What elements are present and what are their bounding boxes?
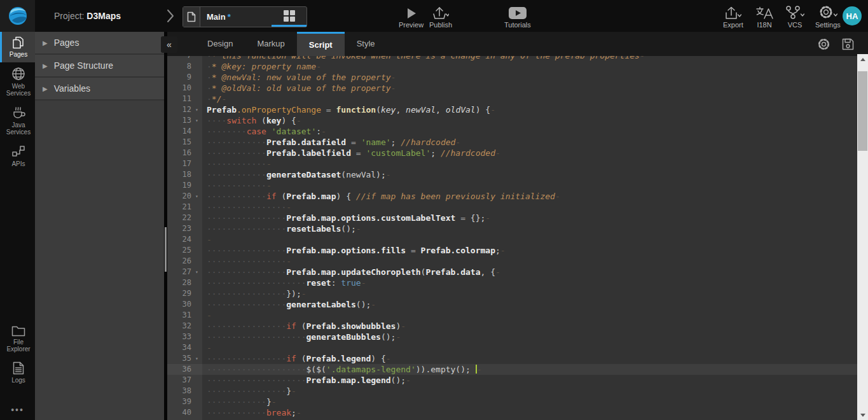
page-tab-main[interactable]: Main * <box>183 6 307 27</box>
code-line[interactable]: 38················}- <box>167 386 857 396</box>
sidebar-item-pages[interactable]: Pages <box>0 32 35 62</box>
line-number: 14 <box>167 126 191 137</box>
code-line[interactable]: 28····················reset: true- <box>167 277 857 288</box>
vcs-button[interactable]: VCS <box>785 5 804 29</box>
sidebar-item-apis[interactable]: APIs <box>0 140 35 172</box>
code-text: ················Prefab.map.options.fills… <box>202 245 506 256</box>
code-line[interactable]: 21················- <box>167 202 857 213</box>
publish-button[interactable]: Publish <box>429 5 452 29</box>
fold-arrow-icon[interactable]: ▾ <box>191 191 202 202</box>
code-line[interactable]: 23················resetLabels();- <box>167 223 857 234</box>
token-pl: , <box>396 105 406 115</box>
code-line[interactable]: 37····················Prefab.map.legend(… <box>167 375 857 386</box>
sidebar-item-web-services[interactable]: Web Services <box>0 62 35 101</box>
token-kw: switch <box>226 116 256 125</box>
fold-arrow-icon[interactable]: ▾ <box>191 353 202 364</box>
sidebar-item-logs[interactable]: Logs <box>0 357 35 388</box>
save-icon[interactable] <box>842 38 854 50</box>
preview-button[interactable]: Preview <box>399 5 424 29</box>
scroll-up-arrow[interactable] <box>857 54 868 64</box>
code-line[interactable]: 30················generateLabels();- <box>167 299 857 310</box>
tab-design[interactable]: Design <box>195 32 245 56</box>
token-cm: //if map has been previously initialized <box>356 192 555 201</box>
code-line[interactable]: 19············- <box>167 180 857 191</box>
vertical-scrollbar[interactable] <box>857 54 868 420</box>
code-text: ········case 'dataset':- <box>202 126 326 137</box>
code-line[interactable]: 17············- <box>167 158 857 169</box>
settings-button[interactable]: Settings <box>815 5 841 29</box>
panel-section-page-structure[interactable]: ▶Page Structure <box>35 55 164 78</box>
panel-section-pages[interactable]: ▶Pages <box>35 32 164 55</box>
code-line[interactable]: 20▾············if (Prefab.map) { //if ma… <box>167 191 857 202</box>
code-line[interactable]: 27▾················Prefab.map.updateChor… <box>167 267 857 277</box>
code-line[interactable]: 25················Prefab.map.options.fil… <box>167 245 857 256</box>
token-pl: ) { <box>371 354 385 363</box>
fold-spacer <box>191 342 202 353</box>
code-line[interactable]: 29················});- <box>167 288 857 299</box>
sidebar-more-button[interactable]: ••• <box>0 405 35 415</box>
fold-spacer <box>191 310 202 321</box>
page-grid-button[interactable] <box>272 7 307 27</box>
code-line[interactable]: 11·*/- <box>167 94 857 104</box>
code-line[interactable]: 26················- <box>167 256 857 267</box>
gutter-cell: 19 <box>167 180 202 191</box>
i18n-button[interactable]: I18N <box>755 5 773 29</box>
indent-whitespace-dots: ················ <box>207 246 286 255</box>
gutter-cell: 23 <box>167 223 202 234</box>
line-number: 29 <box>167 288 191 299</box>
code-line[interactable]: 40············break;- <box>167 407 857 418</box>
wavemaker-logo[interactable] <box>0 0 35 32</box>
scrollbar-thumb[interactable] <box>858 71 867 151</box>
script-code-editor[interactable]: 7·* this function will be invoked when t… <box>167 56 857 420</box>
code-line[interactable]: 16············Prefab.labelfield = 'custo… <box>167 148 857 158</box>
code-line[interactable]: 12▾Prefab.onPropertyChange = function(ke… <box>167 104 857 115</box>
token-pl: } <box>266 397 272 407</box>
code-text: ·* @key: property name- <box>202 61 321 72</box>
code-line[interactable]: 14········case 'dataset':- <box>167 126 857 137</box>
code-line[interactable]: 7·* this function will be invoked when t… <box>167 56 857 61</box>
page-tab-label: Main * <box>200 7 272 27</box>
sidebar-item-java-services[interactable]: Java Services <box>0 101 35 140</box>
preview-label: Preview <box>399 21 424 29</box>
code-line[interactable]: 36····················$($('.datamaps-leg… <box>167 364 857 375</box>
code-line[interactable]: 18············generateDataset(newVal);- <box>167 169 857 180</box>
export-button[interactable]: Export <box>723 5 743 29</box>
tab-script[interactable]: Script <box>297 32 345 56</box>
token-cm: * @newVal: new value of the property <box>212 73 391 82</box>
code-line[interactable]: 13▾····switch (key) {- <box>167 115 857 126</box>
fold-arrow-icon[interactable]: ▾ <box>191 267 202 277</box>
fold-arrow-icon[interactable]: ▾ <box>191 104 202 115</box>
user-avatar[interactable]: HA <box>843 6 862 25</box>
code-text: ············break;- <box>202 407 301 418</box>
scroll-down-arrow[interactable] <box>857 410 868 420</box>
code-line[interactable]: 35▾················if (Prefab.legend) {- <box>167 353 857 364</box>
line-number: 37 <box>167 375 191 386</box>
code-line[interactable]: 33····················generateBubbles();… <box>167 332 857 342</box>
tab-style[interactable]: Style <box>345 32 387 56</box>
script-settings-gear-icon[interactable] <box>818 38 830 50</box>
code-line[interactable]: 24- <box>167 234 857 245</box>
code-line[interactable]: 39············}- <box>167 396 857 407</box>
code-line[interactable]: 15············Prefab.datafield = 'name';… <box>167 137 857 148</box>
code-line[interactable]: 9·* @newVal: new value of the property- <box>167 72 857 83</box>
code-line[interactable]: 22················Prefab.map.options.cus… <box>167 213 857 223</box>
token-df: key <box>266 116 281 125</box>
fold-spacer <box>191 56 202 61</box>
tab-markup[interactable]: Markup <box>245 32 296 56</box>
code-line[interactable]: 34- <box>167 342 857 353</box>
indent-whitespace-dots: ············ <box>207 397 266 407</box>
sidebar-item-file-explorer[interactable]: File Explorer <box>0 321 35 357</box>
code-line[interactable]: 31- <box>167 310 857 321</box>
code-line[interactable]: 8·* @key: property name- <box>167 61 857 72</box>
token-df: reset <box>307 278 331 288</box>
panel-collapse-button[interactable]: « <box>161 36 177 53</box>
gutter-cell: 7 <box>167 56 202 61</box>
panel-section-variables[interactable]: ▶Variables <box>35 78 164 101</box>
fold-spacer <box>191 364 202 375</box>
gutter-cell: 29 <box>167 288 202 299</box>
tutorials-button[interactable]: Tutorials <box>504 5 531 29</box>
code-line[interactable]: 10·* @oldVal: old value of the property- <box>167 83 857 94</box>
panel-scrollbar-thumb[interactable] <box>165 227 167 272</box>
code-line[interactable]: 32················if (Prefab.showbubbles… <box>167 321 857 332</box>
fold-arrow-icon[interactable]: ▾ <box>191 115 202 126</box>
